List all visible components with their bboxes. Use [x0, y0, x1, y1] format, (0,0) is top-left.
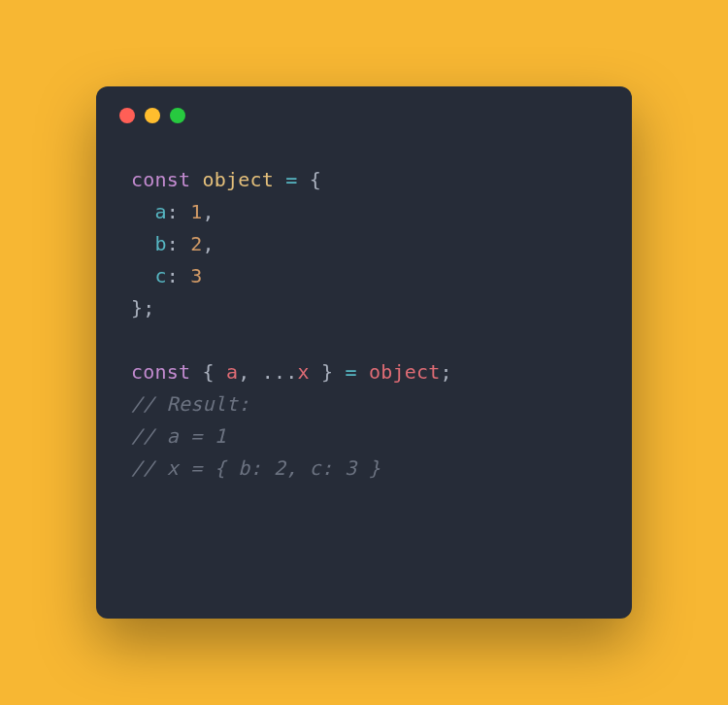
- colon: :: [167, 232, 179, 255]
- destructure-close: }: [310, 360, 333, 384]
- space: [297, 168, 309, 191]
- destructure-open: {: [202, 360, 225, 384]
- comma: ,: [202, 232, 214, 255]
- minimize-icon[interactable]: [145, 108, 160, 123]
- keyword-const: const: [131, 360, 190, 384]
- semicolon: ;: [440, 360, 451, 384]
- identifier-object-ref: object: [369, 360, 440, 384]
- space: [357, 360, 369, 384]
- space: [179, 232, 190, 255]
- code-area: const object = { a: 1, b: 2, c: 3 }; con…: [96, 123, 632, 485]
- comma: ,: [202, 200, 214, 223]
- zoom-icon[interactable]: [170, 108, 185, 123]
- number-2: 2: [190, 232, 202, 255]
- code-window: const object = { a: 1, b: 2, c: 3 }; con…: [96, 86, 632, 619]
- space: [249, 360, 261, 384]
- indent: [131, 264, 154, 287]
- space: [190, 360, 202, 384]
- property-a: a: [154, 200, 166, 223]
- comment-result: // Result:: [131, 392, 249, 416]
- indent: [131, 232, 154, 255]
- space: [179, 264, 190, 287]
- comment-x: // x = { b: 2, c: 3 }: [131, 456, 381, 480]
- number-3: 3: [190, 264, 202, 287]
- close-icon[interactable]: [119, 108, 135, 123]
- operator-equals: =: [285, 168, 297, 191]
- number-1: 1: [190, 200, 202, 223]
- identifier-object: object: [202, 168, 273, 191]
- comma: ,: [238, 360, 249, 384]
- property-b: b: [154, 232, 166, 255]
- spread-operator: ...: [262, 360, 298, 384]
- space: [179, 200, 190, 223]
- brace-close-semi: };: [131, 296, 154, 319]
- space: [190, 168, 202, 191]
- operator-equals: =: [345, 360, 356, 384]
- brace-open: {: [310, 168, 321, 191]
- variable-x: x: [297, 360, 309, 384]
- keyword-const: const: [131, 168, 190, 191]
- window-titlebar: [96, 86, 632, 123]
- space: [333, 360, 345, 384]
- variable-a: a: [226, 360, 238, 384]
- space: [274, 168, 285, 191]
- colon: :: [167, 200, 179, 223]
- property-c: c: [154, 264, 166, 287]
- indent: [131, 200, 154, 223]
- comment-a: // a = 1: [131, 424, 226, 448]
- colon: :: [167, 264, 179, 287]
